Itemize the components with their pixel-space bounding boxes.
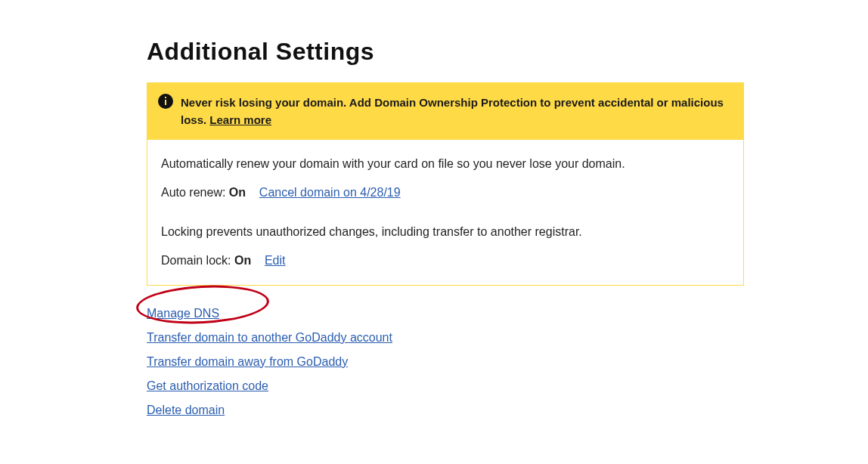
manage-dns-link[interactable]: Manage DNS — [147, 307, 219, 320]
auth-code-link[interactable]: Get authorization code — [147, 379, 268, 393]
svg-rect-1 — [165, 100, 166, 105]
auto-renew-status: On — [229, 186, 246, 199]
domain-lock-description: Locking prevents unauthorized changes, i… — [161, 223, 730, 241]
domain-lock-status: On — [234, 254, 251, 267]
protection-banner: Never risk losing your domain. Add Domai… — [147, 83, 743, 140]
svg-rect-2 — [165, 97, 166, 98]
auto-renew-row: Auto renew: On Cancel domain on 4/28/19 — [161, 184, 730, 202]
settings-body: Automatically renew your domain with you… — [147, 140, 743, 285]
additional-settings-page: Additional Settings Never risk losing yo… — [0, 0, 868, 464]
transfer-internal-link[interactable]: Transfer domain to another GoDaddy accou… — [147, 331, 392, 345]
info-icon — [158, 94, 173, 109]
edit-lock-link[interactable]: Edit — [265, 254, 286, 267]
auto-renew-label: Auto renew: — [161, 186, 225, 199]
domain-lock-label: Domain lock: — [161, 254, 231, 267]
settings-card: Never risk losing your domain. Add Domai… — [147, 82, 744, 286]
delete-domain-link[interactable]: Delete domain — [147, 404, 225, 417]
page-title: Additional Settings — [147, 38, 868, 66]
cancel-domain-link[interactable]: Cancel domain on 4/28/19 — [259, 186, 401, 199]
auto-renew-description: Automatically renew your domain with you… — [161, 155, 730, 173]
transfer-away-link[interactable]: Transfer domain away from GoDaddy — [147, 355, 348, 369]
domain-lock-row: Domain lock: On Edit — [161, 252, 730, 270]
action-links: Manage DNS Transfer domain to another Go… — [147, 307, 868, 417]
learn-more-link[interactable]: Learn more — [209, 113, 271, 126]
